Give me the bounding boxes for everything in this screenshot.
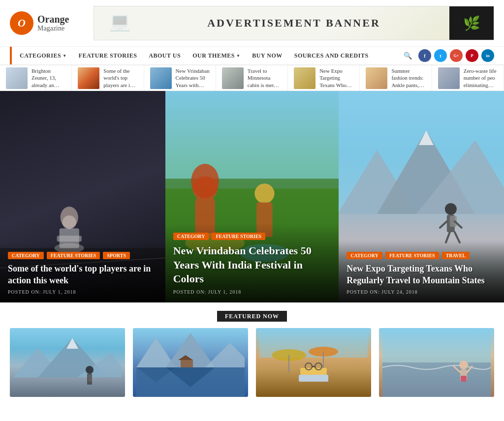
ticker-thumb <box>6 67 28 89</box>
hero-card-2-overlay: Category Feature Stories New Vrindaban C… <box>165 223 339 302</box>
google-plus-icon[interactable]: G+ <box>450 49 463 62</box>
ticker-thumb <box>294 67 315 89</box>
nav-item-sources-credits[interactable]: SOURCES AND CREDITS <box>288 47 375 64</box>
category-badge[interactable]: Category <box>346 252 382 259</box>
hero-card-1-date: POSTED ON: JULY 1, 2018 <box>8 289 158 295</box>
ticker-text: Zero-waste life number of peo eliminatin… <box>464 67 498 89</box>
featured-thumb-1 <box>10 328 125 397</box>
nav-item-about-us[interactable]: ABOUT US <box>143 47 187 64</box>
ticker-item[interactable]: Travel to Minnesota cabin is met with la… <box>216 65 288 90</box>
svg-rect-59 <box>461 376 467 382</box>
svg-point-55 <box>459 361 468 369</box>
ticker-text: Brighton Zeuner, 13, already an skateboa… <box>32 67 65 89</box>
hero-badges: Category Feature Stories Sports <box>8 252 158 259</box>
svg-rect-49 <box>300 368 327 375</box>
ticker-thumb <box>222 67 244 89</box>
svg-point-32 <box>86 366 94 374</box>
social-icons: f t G+ P in <box>418 49 494 62</box>
nav-items: CATEGORIES ▼ FEATURE STORIES ABOUT US OU… <box>14 47 401 64</box>
category-badge[interactable]: Category <box>8 252 44 259</box>
hero-card-3-overlay: Category Feature Stories Travel New Expo… <box>339 242 504 302</box>
feature-stories-badge[interactable]: Feature Stories <box>47 252 100 259</box>
featured-thumb-4 <box>379 328 494 397</box>
nav-right: 🔍 f t G+ P in <box>401 49 494 62</box>
svg-point-6 <box>61 207 78 228</box>
nav-item-categories[interactable]: CATEGORIES ▼ <box>14 47 73 64</box>
logo-text: Orange Magazine <box>37 14 69 32</box>
hero-card-3[interactable]: Category Feature Stories Travel New Expo… <box>339 91 504 302</box>
svg-line-27 <box>455 232 460 242</box>
ticker-thumb <box>78 67 99 89</box>
hero-badges: Category Feature Stories <box>173 233 331 240</box>
nav-accent <box>10 47 12 64</box>
hero-card-2[interactable]: Category Feature Stories New Vrindaban C… <box>165 91 339 302</box>
header: O Orange Magazine 💻 ADVERTISEMENT BANNER… <box>0 0 504 47</box>
hero-card-1[interactable]: Category Feature Stories Sports Some of … <box>0 91 165 302</box>
nav-item-feature-stories[interactable]: FEATURE STORIES <box>73 47 143 64</box>
ticker-text: New Vrindaban Celebrates 50 Years with I… <box>176 67 210 89</box>
svg-point-21 <box>445 203 457 215</box>
logo[interactable]: O Orange Magazine <box>10 11 84 35</box>
svg-line-24 <box>440 221 447 228</box>
featured-label: Featured Now <box>10 312 494 320</box>
ad-banner-decoration: 🌿 <box>449 6 494 40</box>
hero-card-1-overlay: Category Feature Stories Sports Some of … <box>0 242 165 302</box>
featured-card-2[interactable] <box>133 328 248 397</box>
feature-stories-badge[interactable]: Feature Stories <box>385 252 439 259</box>
ticker-text: Summer fashion trends: Ankle pants, crop… <box>391 67 425 89</box>
twitter-icon[interactable]: t <box>434 49 447 62</box>
svg-line-26 <box>446 232 450 242</box>
linkedin-icon[interactable]: in <box>481 49 494 62</box>
ticker-item[interactable]: New Vrindaban Celebrates 50 Years with I… <box>144 65 216 90</box>
svg-rect-48 <box>299 375 328 382</box>
featured-section: Featured Now <box>0 302 504 407</box>
featured-thumb-3 <box>256 328 371 397</box>
logo-sub: Magazine <box>37 25 69 32</box>
ticker-thumb <box>366 67 387 89</box>
facebook-icon[interactable]: f <box>418 49 431 62</box>
featured-card-1[interactable] <box>10 328 125 397</box>
svg-rect-41 <box>181 360 193 367</box>
svg-rect-7 <box>165 91 339 188</box>
ticker-text: Some of the world's top players are in a… <box>103 67 137 89</box>
hero-badges: Category Feature Stories Travel <box>346 252 496 259</box>
featured-thumb-2 <box>133 328 248 397</box>
ticker-item[interactable]: Zero-waste life number of peo eliminatin… <box>432 65 504 90</box>
chevron-down-icon: ▼ <box>63 54 66 58</box>
hero-card-3-date: POSTED ON: JULY 24, 2018 <box>346 289 496 295</box>
svg-point-11 <box>191 164 219 199</box>
ticker-item[interactable]: Brighton Zeuner, 13, already an skateboa… <box>0 65 72 90</box>
svg-rect-54 <box>382 362 491 397</box>
news-ticker: Brighton Zeuner, 13, already an skateboa… <box>0 65 504 91</box>
ticker-text: Travel to Minnesota cabin is met with la… <box>248 67 282 89</box>
ticker-item[interactable]: Some of the world's top players are in a… <box>72 65 144 90</box>
svg-rect-5 <box>57 236 82 241</box>
svg-rect-53 <box>382 328 491 362</box>
ticker-thumb <box>438 67 460 89</box>
travel-badge[interactable]: Travel <box>442 252 470 259</box>
sports-badge[interactable]: Sports <box>103 252 130 259</box>
advertisement-banner[interactable]: 💻 ADVERTISEMENT BANNER 🌿 <box>94 6 494 40</box>
hero-section: Category Feature Stories Sports Some of … <box>0 91 504 302</box>
nav-item-our-themes[interactable]: OUR THEMES ▼ <box>187 47 246 64</box>
pinterest-icon[interactable]: P <box>466 49 478 62</box>
ticker-text: New Expo Targeting Texans Who Regularly … <box>319 67 353 89</box>
svg-rect-34 <box>88 375 92 382</box>
search-icon[interactable]: 🔍 <box>401 49 414 62</box>
hero-card-3-title: New Expo Targeting Texans Who Regularly … <box>346 263 496 286</box>
chevron-down-icon: ▼ <box>236 54 240 58</box>
featured-now-label: Featured Now <box>217 311 287 322</box>
featured-card-3[interactable] <box>256 328 371 397</box>
logo-name: Orange <box>37 14 69 25</box>
nav-item-buy-now[interactable]: BUY NOW <box>246 47 288 64</box>
ad-banner-text: ADVERTISEMENT BANNER <box>207 17 380 30</box>
logo-icon: O <box>10 11 33 35</box>
hero-card-2-date: POSTED ON: JULY 1, 2018 <box>173 289 331 295</box>
hero-card-1-title: Some of the world's top players are in a… <box>8 263 158 286</box>
ticker-item[interactable]: Summer fashion trends: Ankle pants, crop… <box>360 65 432 90</box>
ticker-item[interactable]: New Expo Targeting Texans Who Regularly … <box>288 65 360 90</box>
featured-card-4[interactable] <box>379 328 494 397</box>
feature-stories-badge[interactable]: Feature Stories <box>212 233 265 240</box>
category-badge[interactable]: Category <box>173 233 209 240</box>
featured-grid <box>10 328 494 397</box>
